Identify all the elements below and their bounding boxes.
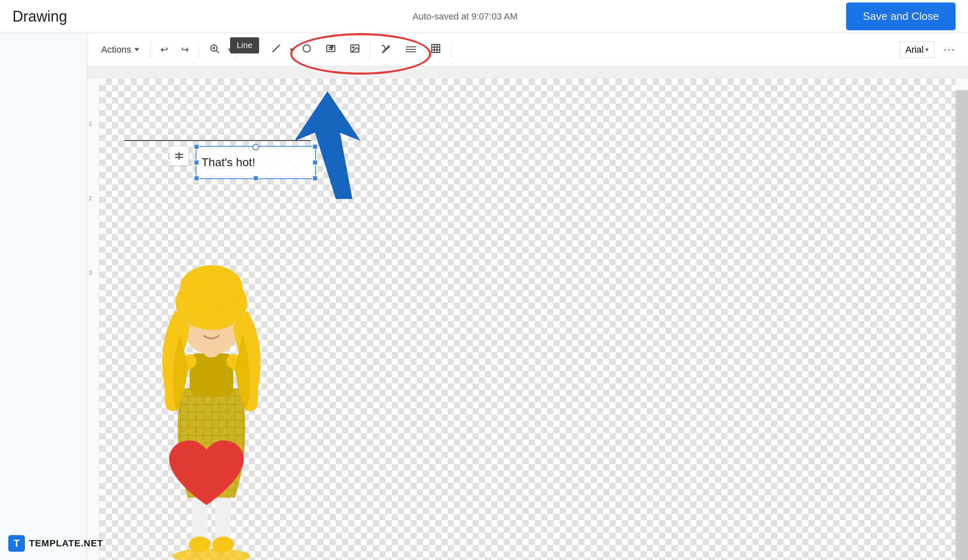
handle-top-center[interactable] bbox=[252, 144, 259, 150]
line-style-icon bbox=[405, 43, 417, 56]
toolbar-divider-5 bbox=[451, 41, 451, 58]
toolbar-divider-4 bbox=[370, 41, 371, 58]
v-ruler-mark-1: 1 bbox=[89, 120, 92, 127]
undo-button[interactable]: ↩ bbox=[155, 41, 173, 58]
toolbar: Actions ↩ ↪ ▾ bbox=[87, 33, 968, 66]
drawing-canvas[interactable]: That's hot! bbox=[99, 79, 956, 560]
handle-bottom-right[interactable] bbox=[312, 175, 318, 181]
templatenet-logo-icon: T bbox=[8, 535, 25, 552]
line-tool-button[interactable] bbox=[266, 40, 286, 60]
handle-mid-left[interactable] bbox=[194, 160, 199, 165]
toolbar-divider-1 bbox=[150, 41, 150, 58]
handle-top-left[interactable] bbox=[194, 144, 199, 150]
redo-icon: ↪ bbox=[181, 44, 189, 55]
more-options-button[interactable]: ⋯ bbox=[938, 40, 960, 59]
svg-point-36 bbox=[180, 265, 243, 309]
table-icon bbox=[430, 43, 441, 56]
align-icon[interactable] bbox=[169, 146, 189, 166]
line-tooltip-text: Line bbox=[237, 41, 252, 50]
textbox-tool-button[interactable]: T bbox=[320, 40, 341, 60]
svg-line-1 bbox=[216, 50, 219, 53]
handle-bottom-center[interactable] bbox=[253, 175, 259, 181]
heart-shape bbox=[165, 438, 248, 514]
table-button[interactable] bbox=[425, 40, 446, 60]
svg-point-11 bbox=[353, 46, 354, 48]
handle-bottom-left[interactable] bbox=[194, 175, 199, 181]
svg-point-26 bbox=[189, 537, 211, 553]
toolbar-divider-2 bbox=[199, 41, 199, 58]
shape-tool-button[interactable] bbox=[296, 40, 317, 60]
top-bar: Drawing Auto-saved at 9:07:03 AM Save an… bbox=[0, 0, 968, 33]
line-icon bbox=[271, 43, 281, 56]
svg-marker-42 bbox=[294, 91, 361, 199]
save-close-button[interactable]: Save and Close bbox=[846, 2, 956, 30]
app-title: Drawing bbox=[12, 8, 67, 25]
svg-point-27 bbox=[212, 537, 234, 553]
line-style-button[interactable] bbox=[400, 40, 422, 60]
horizontal-line bbox=[124, 140, 311, 141]
redo-button[interactable]: ↪ bbox=[176, 41, 194, 58]
v-ruler-mark-2: 2 bbox=[89, 195, 92, 201]
left-sidebar bbox=[0, 0, 87, 560]
line-tooltip: Line bbox=[230, 37, 259, 53]
autosave-status: Auto-saved at 9:07:03 AM bbox=[84, 11, 846, 22]
font-chevron-icon: ▾ bbox=[925, 46, 929, 53]
actions-chevron-icon bbox=[134, 48, 139, 51]
font-name: Arial bbox=[905, 44, 924, 55]
handle-top-right[interactable] bbox=[312, 144, 318, 150]
paintbrush-icon bbox=[381, 43, 391, 56]
actions-button[interactable]: Actions bbox=[95, 41, 145, 58]
zoom-button[interactable] bbox=[204, 40, 225, 60]
svg-rect-15 bbox=[432, 44, 440, 53]
image-tool-button[interactable] bbox=[345, 40, 365, 60]
v-ruler-mark-3: 3 bbox=[89, 269, 92, 276]
paintbrush-button[interactable] bbox=[376, 40, 396, 60]
vertical-ruler: 1 2 3 bbox=[87, 79, 99, 560]
more-options-icon: ⋯ bbox=[943, 43, 955, 56]
templatenet-logo: T TEMPLATE.NET bbox=[8, 535, 103, 552]
blue-arrow-annotation bbox=[261, 83, 427, 207]
templatenet-logo-text: TEMPLATE.NET bbox=[29, 538, 103, 549]
undo-icon: ↩ bbox=[160, 44, 168, 55]
canvas-area[interactable]: 1 2 3 -2 -1 1 2 3 4 5 That's hot! bbox=[87, 79, 968, 560]
actions-label: Actions bbox=[101, 44, 131, 55]
handle-mid-right[interactable] bbox=[312, 160, 318, 165]
svg-line-4 bbox=[272, 45, 279, 52]
image-icon bbox=[349, 43, 360, 56]
line-chevron-icon: ▾ bbox=[290, 46, 293, 53]
svg-point-23 bbox=[172, 548, 250, 560]
svg-point-5 bbox=[303, 45, 310, 52]
shape-icon bbox=[301, 43, 312, 56]
text-box-content: That's hot! bbox=[197, 147, 315, 178]
text-box[interactable]: That's hot! bbox=[196, 146, 316, 179]
svg-text:T: T bbox=[330, 46, 333, 51]
zoom-icon bbox=[209, 43, 220, 56]
textbox-icon: T bbox=[325, 43, 336, 56]
logo-letter: T bbox=[14, 538, 20, 549]
font-selector[interactable]: Arial ▾ bbox=[899, 41, 935, 58]
